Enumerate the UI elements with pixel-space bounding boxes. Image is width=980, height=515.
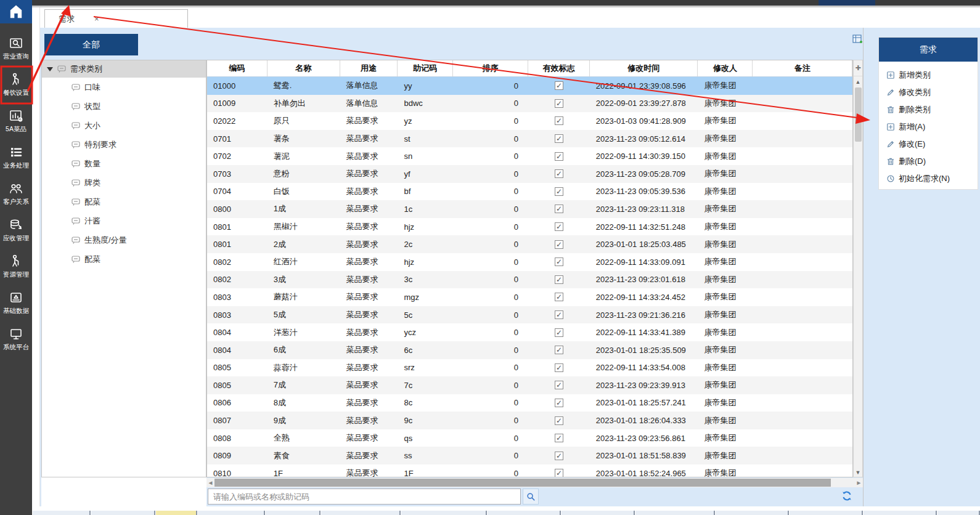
table-vertical-scrollbar[interactable]: ✚ ▲ ▼ [853,60,863,477]
table-row[interactable]: 0806 8成 菜品要求 8c 0 ✓ 2023-01-01 18:25:57.… [207,394,852,412]
tree-expand-caret-icon[interactable] [47,67,53,71]
tree-item[interactable]: 口味 [42,78,206,97]
action-panel-item[interactable]: 初始化需求(N) [879,170,978,187]
action-panel-item[interactable]: 新增(A) [879,118,978,136]
table-row[interactable]: 0809 素食 菜品要求 ss 0 ✓ 2023-01-01 18:51:58.… [207,447,852,464]
tree-item[interactable]: 配菜 [42,249,206,269]
valid-checkbox[interactable]: ✓ [555,81,563,90]
table-row[interactable]: 02022 原只 菜品要求 yz 0 ✓ 2023-01-03 09:41:28… [207,112,852,130]
valid-checkbox[interactable]: ✓ [555,363,563,372]
sidebar-item[interactable]: 应收管理 [0,209,32,245]
table-row[interactable]: 0802 红酒汁 菜品要求 hjz 0 ✓ 2022-09-11 14:33:0… [207,253,852,271]
col-header-modified-time[interactable]: 修改时间 [590,60,698,76]
tree-item[interactable]: 生熟度/分量 [42,230,206,249]
valid-checkbox[interactable]: ✓ [555,310,563,319]
valid-checkbox[interactable]: ✓ [555,381,563,389]
table-row[interactable]: 0803 5成 菜品要求 5c 0 ✓ 2023-11-23 09:21:36.… [207,306,852,324]
table-row[interactable]: 0702 薯泥 菜品要求 sn 0 ✓ 2022-09-11 14:30:39.… [207,147,852,165]
sidebar-item-home[interactable] [0,0,32,23]
valid-checkbox[interactable]: ✓ [555,416,563,425]
action-panel-item[interactable]: 修改(E) [879,136,978,153]
column-chooser-icon[interactable]: ✚ [854,60,862,76]
valid-checkbox[interactable]: ✓ [555,434,563,442]
valid-checkbox[interactable]: ✓ [555,99,563,108]
col-header-valid[interactable]: 有效标志 [528,60,590,76]
table-row[interactable]: 01000 鸳鸯. 落单信息 yy 0 ✓ 2022-09-01 23:39:0… [207,77,852,95]
valid-checkbox[interactable]: ✓ [555,399,563,407]
col-header-mnemonic[interactable]: 助记码 [398,60,453,76]
sidebar-item[interactable]: 5A菜品 [0,100,32,136]
table-row[interactable]: 0805 蒜蓉汁 菜品要求 srz 0 ✓ 2022-09-11 14:33:5… [207,359,852,377]
col-header-code[interactable]: 编码 [207,60,267,76]
tree-item[interactable]: 数量 [42,154,206,173]
table-row[interactable]: 0701 薯条 菜品要求 st 0 ✓ 2023-11-23 09:05:12.… [207,130,852,148]
table-row[interactable]: 0805 7成 菜品要求 7c 0 ✓ 2023-11-23 09:23:39.… [207,376,852,394]
valid-checkbox[interactable]: ✓ [555,134,563,143]
table-row[interactable]: 0803 蘑菇汁 菜品要求 mgz 0 ✓ 2022-09-11 14:33:2… [207,288,852,306]
table-row[interactable]: 0804 洋葱汁 菜品要求 ycz 0 ✓ 2022-09-11 14:33:4… [207,323,852,341]
table-row[interactable]: 0800 1成 菜品要求 1c 0 ✓ 2023-11-23 09:23:11.… [207,200,852,218]
table-row[interactable]: 0807 9成 菜品要求 9c 0 ✓ 2023-01-01 18:26:04.… [207,412,852,429]
table-row[interactable]: 0808 全熟 菜品要求 qs 0 ✓ 2023-11-23 09:23:56.… [207,429,852,447]
col-header-remark[interactable]: 备注 [753,60,852,76]
valid-checkbox[interactable]: ✓ [555,346,563,354]
tree-item[interactable]: 状型 [42,97,206,116]
tree-item[interactable]: 大小 [42,116,206,135]
all-button[interactable]: 全部 [44,34,138,55]
scroll-left-icon[interactable]: ◄ [206,478,214,487]
horizontal-scroll-thumb[interactable] [214,479,831,487]
sidebar-item[interactable]: 营业查询 [0,27,32,63]
table-row[interactable]: 0802 3成 菜品要求 3c 0 ✓ 2023-11-23 09:23:01.… [207,271,852,289]
valid-checkbox[interactable]: ✓ [555,293,563,301]
tab-demand[interactable]: 需求 × [44,9,188,28]
table-row[interactable]: 0804 6成 菜品要求 6c 0 ✓ 2023-01-01 18:25:35.… [207,341,852,359]
valid-checkbox[interactable]: ✓ [555,222,563,231]
valid-checkbox[interactable]: ✓ [555,187,563,196]
action-panel-item[interactable]: 修改类别 [879,84,978,101]
valid-checkbox[interactable]: ✓ [555,152,563,161]
sidebar-item[interactable]: 业务处理 [0,136,32,172]
col-header-sort[interactable]: 排序 [453,60,528,76]
valid-checkbox[interactable]: ✓ [555,240,563,249]
sidebar-item[interactable]: 资源管理 [0,245,32,282]
sidebar-item[interactable]: 基础数据 [0,282,32,318]
table-horizontal-scrollbar[interactable]: ◄ ► [206,478,863,487]
col-header-name[interactable]: 名称 [267,60,340,76]
tree-item[interactable]: 特别要求 [42,135,206,154]
search-input[interactable] [208,489,521,505]
valid-checkbox[interactable]: ✓ [555,328,563,337]
tree-item[interactable]: 汁酱 [42,211,206,230]
scroll-right-icon[interactable]: ► [855,478,863,487]
table-row[interactable]: 0801 黑椒汁 菜品要求 hjz 0 ✓ 2022-09-11 14:32:5… [207,218,852,236]
table-row[interactable]: 0801 2成 菜品要求 2c 0 ✓ 2023-01-01 18:25:03.… [207,235,852,253]
tree-item[interactable]: 牌类 [42,173,206,192]
table-row[interactable]: 0704 白饭 菜品要求 bf 0 ✓ 2023-11-23 09:05:39.… [207,183,852,201]
refresh-icon[interactable] [841,490,853,502]
sidebar-item[interactable]: 客户关系 [0,172,32,209]
search-button[interactable] [523,489,539,505]
table-row[interactable]: 0703 意粉 菜品要求 yf 0 ✓ 2023-11-23 09:05:28.… [207,165,852,183]
tree-root-node[interactable]: 需求类别 [42,60,206,78]
valid-checkbox[interactable]: ✓ [555,116,563,125]
valid-checkbox[interactable]: ✓ [555,169,563,178]
valid-checkbox[interactable]: ✓ [555,469,563,477]
export-grid-icon[interactable] [852,34,863,44]
action-panel-item[interactable]: 删除(D) [879,153,978,170]
valid-checkbox[interactable]: ✓ [555,452,563,460]
valid-checkbox[interactable]: ✓ [555,275,563,284]
col-header-modifier[interactable]: 修改人 [698,60,753,76]
action-panel-item[interactable]: 新增类别 [879,67,978,84]
valid-checkbox[interactable]: ✓ [555,205,563,213]
scroll-up-icon[interactable]: ▲ [854,77,862,86]
valid-checkbox[interactable]: ✓ [555,258,563,266]
tree-item[interactable]: 配菜 [42,192,206,211]
vertical-scroll-thumb[interactable] [855,87,862,142]
tab-close-icon[interactable]: × [94,14,99,23]
scroll-down-icon[interactable]: ▼ [854,468,862,477]
table-row[interactable]: 0810 1F 菜品要求 1F 0 ✓ 2023-01-01 18:52:24.… [207,464,852,477]
action-panel-item[interactable]: 删除类别 [879,101,978,118]
table-row[interactable]: 01009 补单勿出 落单信息 bdwc 0 ✓ 2022-09-01 23:3… [207,95,852,113]
sidebar-item[interactable]: 餐饮设置 [0,63,32,100]
sidebar-item[interactable]: 系统平台 [0,318,32,354]
col-header-use[interactable]: 用途 [340,60,398,76]
